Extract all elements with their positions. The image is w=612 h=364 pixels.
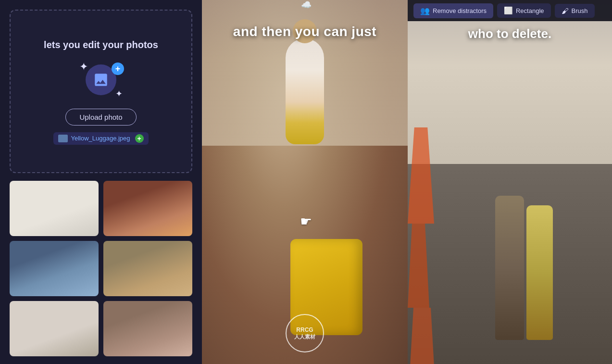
thumbnail-item-room[interactable] <box>10 181 99 236</box>
file-name-label: Yellow_Luggage.jpeg <box>71 135 130 142</box>
distractor-silhouette-3 <box>408 308 437 364</box>
upload-photo-button[interactable]: Upload photo <box>65 109 136 126</box>
watermark-line2: 人人素材 <box>294 333 315 340</box>
thumb-room-content <box>10 181 99 236</box>
thumbnail-item-sky[interactable] <box>10 241 99 296</box>
watermark-line1: RRCG <box>296 326 313 333</box>
thumb-group-content <box>103 181 192 236</box>
right-subtitle: who to delete. <box>408 26 612 41</box>
watermark-inner: RRCG 人人素材 <box>294 326 315 340</box>
icon-area: ✦ + ✦ <box>79 61 123 99</box>
thumbnail-item-winter[interactable] <box>103 301 192 356</box>
plus-badge-icon[interactable]: + <box>112 63 124 75</box>
file-add-icon[interactable]: + <box>135 134 144 143</box>
thumb-street-content <box>103 241 192 296</box>
watermark-circle: RRCG 人人素材 <box>286 314 324 352</box>
thumb-sky-content <box>10 241 99 296</box>
distractor-silhouette-1 <box>408 127 434 224</box>
watermark: RRCG 人人素材 <box>286 314 324 354</box>
upload-headline: lets you edit your photos <box>44 38 158 51</box>
thumb-winter-content <box>103 301 192 356</box>
photo-icon-circle: + <box>86 64 116 95</box>
distractor-silhouette-2 <box>408 224 429 308</box>
right-photo: who to delete. <box>408 0 612 364</box>
thumbnail-item-office[interactable] <box>10 301 99 356</box>
file-type-icon <box>58 135 68 142</box>
left-panel: lets you edit your photos ✦ + ✦ Upload p… <box>0 0 202 364</box>
thumb-office-content <box>10 301 99 356</box>
cloud-status-icon: ☁️ <box>301 0 312 10</box>
cursor-icon: ☛ <box>300 213 312 229</box>
main-photo: and then you can just ☛ RRCG 人人素材 <box>202 0 408 364</box>
photo-icon <box>93 72 109 88</box>
thumbnail-item-group[interactable] <box>103 181 192 236</box>
middle-subtitle: and then you can just <box>202 24 408 39</box>
sparkle-icon-br: ✦ <box>115 88 123 99</box>
upload-box: lets you edit your photos ✦ + ✦ Upload p… <box>10 10 192 173</box>
sparkle-icon-tl: ✦ <box>79 61 88 73</box>
thumbnail-grid <box>10 181 192 356</box>
right-panel: 👥 Remove distractors ⬜ Rectangle 🖌 Brush… <box>408 0 612 364</box>
distractors-overlay <box>408 127 612 364</box>
middle-panel: and then you can just ☛ RRCG 人人素材 <box>202 0 408 364</box>
thumbnail-item-street[interactable] <box>103 241 192 296</box>
status-bar: ☁️ <box>0 0 612 10</box>
file-tag: Yellow_Luggage.jpeg + <box>53 132 148 145</box>
